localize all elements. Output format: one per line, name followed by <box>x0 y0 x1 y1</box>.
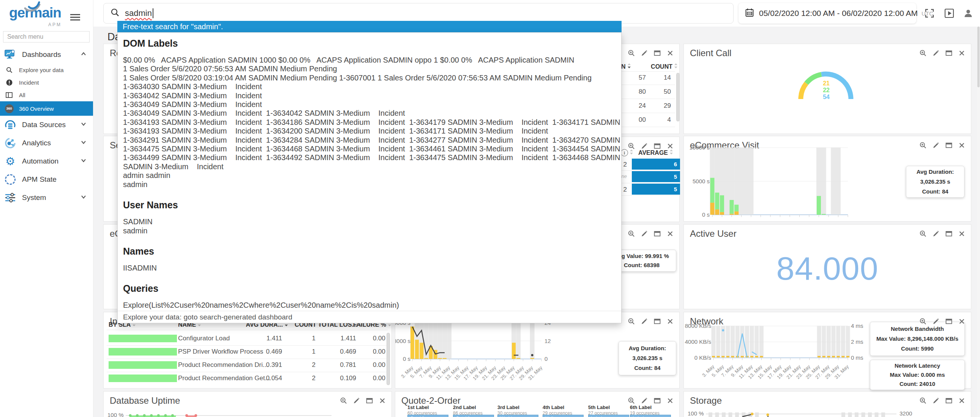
zoom-in-icon[interactable] <box>919 230 927 239</box>
chevron-down-icon[interactable] <box>80 157 87 165</box>
edit-icon[interactable] <box>932 230 940 239</box>
zoom-in-icon[interactable] <box>919 141 927 151</box>
dropdown-item[interactable]: 1-3634049 SADMIN 3-Medium Incident 1-363… <box>123 109 621 117</box>
edit-icon[interactable] <box>641 49 648 59</box>
zoom-in-icon[interactable] <box>919 397 927 406</box>
sidebar-item-360-overview[interactable]: 360360 Overview <box>0 101 93 116</box>
fullscreen-icon[interactable] <box>924 8 934 20</box>
dropdown-item[interactable]: 1-3634475 SADMIN 3-Medium Incident 1-363… <box>123 144 621 153</box>
close-icon[interactable] <box>667 49 674 59</box>
sidebar-item-incident[interactable]: Incident <box>0 76 93 89</box>
zoom-in-icon[interactable] <box>919 317 927 327</box>
chevron-down-icon[interactable] <box>80 194 87 201</box>
funnel-stage-box[interactable]: Label <box>588 415 629 417</box>
close-icon[interactable] <box>958 49 966 59</box>
maximize-icon[interactable] <box>945 230 953 239</box>
dropdown-item[interactable]: SADMIN <box>123 217 621 226</box>
funnel-stage-box[interactable]: GotoView <box>453 415 494 417</box>
close-icon[interactable] <box>667 317 674 327</box>
maximize-icon[interactable] <box>654 230 661 239</box>
maximize-icon[interactable] <box>654 317 661 327</box>
dropdown-item[interactable]: admin sadmin <box>123 171 621 180</box>
sidebar-item-data-sources[interactable]: Data Sources <box>0 116 93 134</box>
close-icon[interactable] <box>958 397 966 406</box>
close-icon[interactable] <box>958 317 966 327</box>
dropdown-item[interactable]: 1-3634291 SADMIN 3-Medium Incident 1-363… <box>123 136 621 144</box>
dropdown-item[interactable]: 1 Sales Order 5/6/2020 07:56:53 AM SADMI… <box>123 65 621 73</box>
dropdown-item[interactable]: IISADMIN <box>123 264 621 273</box>
edit-icon[interactable] <box>641 230 648 239</box>
edit-icon[interactable] <box>641 397 648 406</box>
dropdown-item[interactable]: 1-3634193 SADMIN 3-Medium Incident 1-363… <box>123 127 621 135</box>
search-input[interactable]: sadmin <box>125 8 152 18</box>
table-row[interactable]: Product Recommendation Get...0.05420.109… <box>103 372 392 385</box>
dropdown-footer-item[interactable]: Explore your data: goto search-generated… <box>118 311 621 323</box>
maximize-icon[interactable] <box>945 141 953 151</box>
dropdown-item[interactable]: SADMIN 3-Medium Incident <box>123 162 621 171</box>
zoom-in-icon[interactable] <box>340 397 347 406</box>
sidebar-item-system[interactable]: System <box>0 189 93 207</box>
chevron-down-icon[interactable] <box>80 139 87 147</box>
zoom-in-icon[interactable] <box>628 397 635 406</box>
close-icon[interactable] <box>379 397 386 406</box>
funnel-stage-box[interactable]: GotoView <box>407 415 449 417</box>
dropdown-item[interactable]: $0.00 0% ACAPS Application SADMIN 1000 $… <box>123 56 621 65</box>
sidebar-item-explore-your-data[interactable]: Explore your data <box>0 64 93 76</box>
column-header-fragment[interactable]: N <box>621 63 631 70</box>
edit-icon[interactable] <box>932 317 940 327</box>
maximize-icon[interactable] <box>945 49 953 59</box>
present-play-icon[interactable] <box>944 8 954 20</box>
edit-icon[interactable] <box>932 49 940 59</box>
table-scrollbar[interactable] <box>676 73 680 121</box>
maximize-icon[interactable] <box>945 397 953 406</box>
sidebar-item-all[interactable]: All <box>0 89 93 101</box>
dropdown-item[interactable]: 1-3634042 SADMIN 3-Medium Incident <box>123 92 621 100</box>
dropdown-free-text-item[interactable]: Free-text search for "sadmin". <box>117 21 622 32</box>
dropdown-item[interactable]: 1 Sales Order 5/8/2020 03:19:04 AM SADMI… <box>123 74 621 82</box>
sidebar-item-automation[interactable]: ⚙Automation <box>0 152 93 170</box>
global-search-box[interactable]: sadmin <box>103 3 733 24</box>
chevron-up-icon[interactable] <box>80 51 87 59</box>
edit-icon[interactable] <box>932 141 940 151</box>
maximize-icon[interactable] <box>654 397 661 406</box>
dropdown-item[interactable]: sadmin <box>123 180 621 189</box>
close-icon[interactable] <box>667 142 674 151</box>
dropdown-item[interactable]: Explore(List%2Cuser%20names%2Cwhere%2Cus… <box>123 301 621 310</box>
sidebar-item-analytics[interactable]: Analytics <box>0 134 93 152</box>
sidebar-search-input[interactable] <box>3 31 90 43</box>
funnel-stage-box[interactable]: Label <box>630 415 671 417</box>
user-profile-icon[interactable] <box>963 8 973 20</box>
zoom-in-icon[interactable] <box>628 317 635 327</box>
date-range-picker[interactable]: 05/02/2020 12:00 AM - 06/02/2020 12:00 A… <box>738 3 916 24</box>
chevron-down-icon[interactable] <box>80 121 87 128</box>
dropdown-item[interactable]: 1-3634193 SADMIN 3-Medium Incident 1-363… <box>123 118 621 127</box>
edit-icon[interactable] <box>641 317 648 327</box>
close-icon[interactable] <box>958 230 966 239</box>
edit-icon[interactable] <box>641 142 648 151</box>
zoom-in-icon[interactable] <box>628 142 635 151</box>
table-row[interactable]: Configurator Load1.41111.4110.00 <box>103 332 392 345</box>
menu-hamburger-icon[interactable] <box>70 13 80 22</box>
sidebar-item-dashboards[interactable]: Dashboards <box>0 46 93 64</box>
maximize-icon[interactable] <box>654 49 661 59</box>
zoom-in-icon[interactable] <box>628 49 635 59</box>
close-icon[interactable] <box>958 141 966 151</box>
close-icon[interactable] <box>667 230 674 239</box>
column-header-count[interactable]: COUNT <box>651 63 678 70</box>
page-scrollbar[interactable] <box>977 27 980 417</box>
dropdown-item[interactable]: sadmin <box>123 227 621 235</box>
edit-icon[interactable] <box>932 397 940 406</box>
close-icon[interactable] <box>667 397 674 406</box>
maximize-icon[interactable] <box>945 317 953 327</box>
zoom-in-icon[interactable] <box>628 230 635 239</box>
funnel-stage-box[interactable]: World <box>497 415 538 417</box>
zoom-in-icon[interactable] <box>919 49 927 59</box>
table-row[interactable]: PSP Driver Workflow Process0.46910.4690.… <box>103 345 392 358</box>
dropdown-item[interactable]: 1-3634049 SADMIN 3-Medium Incident <box>123 100 621 109</box>
scrollbar-thumb[interactable] <box>977 27 980 87</box>
table-row[interactable]: Product Recommendation Dri...0.39120.781… <box>103 358 392 372</box>
dropdown-item[interactable]: 1-3634499 SADMIN 3-Medium Incident 1-363… <box>123 153 621 162</box>
funnel-stage-box[interactable]: Hello <box>542 415 584 417</box>
maximize-icon[interactable] <box>366 397 373 406</box>
sidebar-item-apm-state[interactable]: APM State <box>0 170 93 189</box>
